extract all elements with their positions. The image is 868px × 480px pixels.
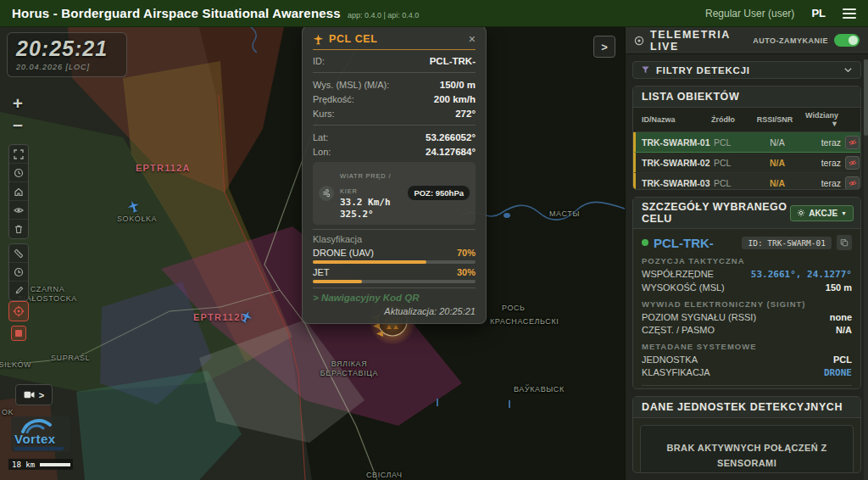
classification-name: DRONE (UAV) bbox=[313, 248, 374, 258]
filters-label: FILTRY DETEKCJI bbox=[656, 65, 837, 75]
lat-label: Lat: bbox=[313, 132, 328, 142]
popup-updated: Aktualizacja: 20:25:21 bbox=[313, 306, 476, 316]
aircraft-marker-icon[interactable] bbox=[240, 310, 253, 327]
col-id[interactable]: ID/Nazwa bbox=[633, 115, 711, 124]
course-value: 272° bbox=[455, 109, 476, 119]
classification-value: DRONE bbox=[824, 367, 852, 378]
eye-off-icon bbox=[849, 138, 857, 147]
history-button[interactable] bbox=[9, 164, 28, 182]
eye-off-icon bbox=[849, 159, 857, 167]
objects-table-header: ID/Nazwa Źródło RSSI/SNR Widziany ▼ bbox=[633, 108, 860, 132]
target-tracking-button[interactable] bbox=[8, 301, 29, 321]
aircraft-marker-icon[interactable] bbox=[127, 200, 140, 216]
sidebar-scrollbar[interactable] bbox=[864, 59, 868, 480]
filters-accordion[interactable]: FILTRY DETEKCJI bbox=[632, 61, 861, 79]
app-title: Horus - Borderguard Airspace Situational… bbox=[12, 6, 341, 20]
classification-pct: 70% bbox=[457, 248, 476, 258]
vortex-wordmark: Vortex bbox=[14, 432, 67, 446]
speed-label: Prędkość: bbox=[313, 94, 354, 104]
clear-map-button[interactable] bbox=[9, 220, 28, 238]
speed-value: 200 km/h bbox=[434, 94, 476, 104]
altitude-value: 150/0 m bbox=[440, 80, 476, 90]
col-seen[interactable]: Widziany ▼ bbox=[801, 111, 838, 128]
visibility-button[interactable] bbox=[9, 201, 28, 220]
language-selector[interactable]: PL bbox=[811, 7, 826, 20]
pressure-badge: POZ: 950hPa bbox=[408, 186, 470, 200]
sensors-title: DANE JEDNOSTEK DETEKCYJNYCH bbox=[633, 397, 860, 418]
table-row[interactable]: TRK-SWARM-01 PCL N/A teraz bbox=[633, 132, 860, 153]
timer-button[interactable] bbox=[9, 263, 28, 282]
close-icon[interactable]: × bbox=[469, 33, 476, 45]
scrollbar-thumb[interactable] bbox=[864, 59, 868, 136]
target-icon bbox=[18, 310, 20, 313]
sensors-empty-message: BRAK AKTYWNYCH POŁĄCZEŃ Z SENSORAMI bbox=[666, 443, 826, 468]
target-id-badge: ID: TRK-SWARM-01 bbox=[742, 237, 832, 249]
popup-title: PCL CEL bbox=[329, 33, 464, 45]
table-row[interactable]: TRK-SWARM-02 PCL N/A teraz bbox=[633, 153, 860, 173]
clock-icon bbox=[19, 170, 20, 174]
status-dot bbox=[642, 239, 648, 246]
telemetry-title: TELEMETRIA LIVE bbox=[650, 29, 747, 53]
altitude-label: Wys. (MSL) (M/A): bbox=[313, 80, 389, 90]
wind-icon bbox=[319, 186, 334, 201]
classification-label: Klasyfikacja bbox=[313, 234, 476, 244]
classification-name: JET bbox=[313, 267, 330, 277]
city-label: МАСТЫ bbox=[549, 209, 580, 218]
plane-icon bbox=[313, 34, 324, 45]
hide-track-button[interactable] bbox=[845, 156, 860, 170]
zoom-in-button[interactable]: + bbox=[8, 95, 27, 114]
wind-direction: 325.2° bbox=[340, 209, 402, 220]
city-label: ВЯЛІКАЯ БЕРАСТАВІЦА bbox=[315, 360, 383, 379]
camera-feed-button[interactable]: > bbox=[15, 384, 53, 405]
telemetry-header: TELEMETRIA LIVE AUTO-ZAMYKANIE bbox=[626, 27, 868, 54]
table-row[interactable]: TRK-SWARM-03 PCL N/A teraz bbox=[633, 173, 860, 190]
eye-off-icon bbox=[849, 179, 857, 187]
section-label: WYWIAD ELEKTRONICZNY (SIGINT) bbox=[642, 299, 852, 309]
wind-speed: 33.2 Km/h bbox=[340, 197, 402, 209]
auto-close-label: AUTO-ZAMYKANIE bbox=[753, 36, 828, 45]
zone-label-eptr112a: EPTR112A bbox=[136, 163, 191, 173]
col-rssi[interactable]: RSSI/SNR bbox=[748, 115, 801, 124]
hide-track-button[interactable] bbox=[845, 176, 860, 190]
draw-button[interactable] bbox=[9, 282, 28, 300]
city-label: ASILKÓW bbox=[0, 360, 31, 369]
camera-expand-arrow: > bbox=[39, 390, 44, 400]
alert-square-button[interactable] bbox=[11, 326, 26, 341]
zoom-out-button[interactable]: − bbox=[8, 117, 27, 136]
telemetry-icon bbox=[634, 36, 644, 46]
lake-small-2 bbox=[509, 400, 510, 408]
details-title: SZCZEGÓŁY WYBRANEGO CELU bbox=[642, 201, 790, 225]
id-label: ID: bbox=[313, 56, 325, 66]
vortex-tagline-bar bbox=[14, 447, 64, 450]
fullscreen-button[interactable] bbox=[9, 145, 28, 164]
fullscreen-icon bbox=[14, 150, 23, 159]
gear-icon bbox=[797, 209, 805, 217]
col-source[interactable]: Źródło bbox=[711, 115, 748, 124]
home-button[interactable] bbox=[9, 182, 28, 201]
sensors-empty-box: BRAK AKTYWNYCH POŁĄCZEŃ Z SENSORAMI bbox=[640, 425, 854, 473]
trash-icon bbox=[15, 226, 22, 232]
clock-date: 20.04.2026 [LOC] bbox=[16, 63, 118, 71]
measure-button[interactable] bbox=[9, 244, 28, 263]
target-callsign: PCL-TRK- bbox=[654, 236, 737, 250]
app-header: Horus - Borderguard Airspace Situational… bbox=[0, 0, 868, 27]
section-label: METADANE SYSTEMOWE bbox=[642, 342, 852, 351]
actions-button[interactable]: AKCJE ▼ bbox=[790, 205, 854, 221]
objects-title: LISTA OBIEKTÓW bbox=[633, 87, 860, 108]
course-label: Kurs: bbox=[313, 109, 335, 119]
copy-id-button[interactable] bbox=[837, 235, 852, 250]
city-label: SUPRAŚL bbox=[51, 354, 90, 362]
sidebar-collapse-button[interactable]: > bbox=[593, 36, 615, 58]
classification-bar bbox=[313, 260, 476, 264]
city-label: СВІСЛАЧ bbox=[366, 471, 403, 479]
hamburger-menu-icon[interactable] bbox=[843, 8, 856, 19]
auto-close-toggle[interactable] bbox=[834, 34, 860, 47]
eye-icon bbox=[17, 209, 19, 211]
lon-value: 24.127684° bbox=[426, 147, 476, 157]
qr-code-link[interactable]: > Nawigacyjny Kod QR bbox=[313, 293, 476, 303]
target-popup: PCL CEL × ID: PCL-TRK- Wys. (MSL) (M/A):… bbox=[302, 25, 487, 324]
city-label: КРАСНАСЕЛЬСКІ bbox=[490, 317, 559, 326]
user-menu[interactable]: Regular User (user) bbox=[705, 8, 794, 20]
hide-track-button[interactable] bbox=[845, 136, 860, 149]
home-icon bbox=[15, 188, 22, 195]
